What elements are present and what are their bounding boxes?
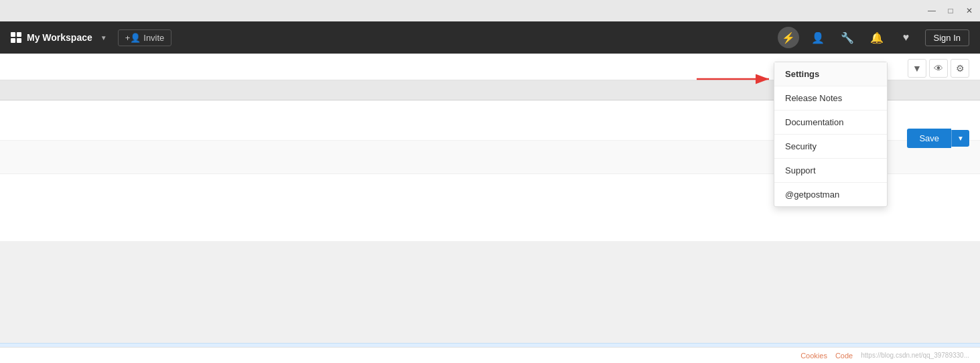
toolbar-right: ▼ 👁 ⚙ <box>908 59 969 78</box>
top-nav: My Workspace ▼ +👤 Invite ⚡ 👤 🔧 🔔 ♥ Sign … <box>0 21 980 54</box>
code-link[interactable]: Code <box>835 352 853 360</box>
dropdown-item-security[interactable]: Security <box>774 135 887 159</box>
workspace-logo <box>11 32 21 43</box>
dropdown-item-release-notes[interactable]: Release Notes <box>774 86 887 111</box>
lightning-icon-button[interactable]: ⚡ <box>778 27 799 48</box>
wrench-icon-button[interactable]: 🔧 <box>837 27 858 48</box>
close-button[interactable]: ✕ <box>964 5 975 16</box>
nav-left: My Workspace ▼ +👤 Invite <box>11 29 778 46</box>
workspace-dropdown-arrow[interactable]: ▼ <box>100 34 107 42</box>
maximize-button[interactable]: □ <box>945 5 956 16</box>
save-dropdown-button[interactable]: ▼ <box>951 130 969 147</box>
nav-right: ⚡ 👤 🔧 🔔 ♥ Sign In <box>778 27 969 48</box>
dropdown-arrow-button[interactable]: ▼ <box>908 59 926 78</box>
dropdown-item-getpostman[interactable]: @getpostman <box>774 183 887 206</box>
minimize-button[interactable]: — <box>926 5 937 16</box>
dropdown-item-documentation[interactable]: Documentation <box>774 111 887 135</box>
title-bar: — □ ✕ <box>0 0 980 21</box>
bottom-bar: Cookies Code https://blog.csdn.net/qq_39… <box>0 347 980 363</box>
gear-icon: ⚙ <box>956 63 965 74</box>
heart-icon-button[interactable]: ♥ <box>896 27 917 48</box>
dropdown-item-settings[interactable]: Settings <box>774 62 887 86</box>
bottom-links: Cookies Code <box>800 352 853 360</box>
eye-icon: 👁 <box>934 63 943 74</box>
gear-icon-button[interactable]: ⚙ <box>951 59 969 78</box>
sign-in-button[interactable]: Sign In <box>925 29 969 46</box>
dropdown-menu: Settings Release Notes Documentation Sec… <box>774 62 888 207</box>
save-button[interactable]: Save <box>907 129 951 148</box>
url-text: https://blog.csdn.net/qq_39789330... <box>861 352 969 359</box>
invite-button[interactable]: +👤 Invite <box>118 29 172 46</box>
workspace-name[interactable]: My Workspace <box>27 32 92 43</box>
cookies-link[interactable]: Cookies <box>800 352 827 360</box>
eye-icon-button[interactable]: 👁 <box>929 59 948 78</box>
person-icon-button[interactable]: 👤 <box>807 27 829 48</box>
add-person-icon: +👤 <box>125 33 141 43</box>
arrow-indicator <box>697 71 777 87</box>
dropdown-item-support[interactable]: Support <box>774 159 887 183</box>
invite-label: Invite <box>143 33 164 43</box>
bell-icon-button[interactable]: 🔔 <box>866 27 888 48</box>
save-row: Save ▼ <box>907 129 969 148</box>
